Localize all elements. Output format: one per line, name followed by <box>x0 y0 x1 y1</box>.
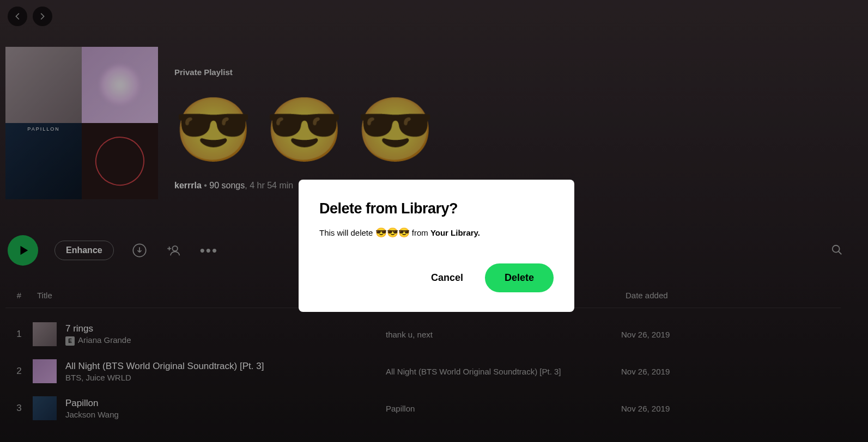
playlist-owner[interactable]: kerrrla <box>174 181 202 190</box>
dialog-title: Delete from Library? <box>319 200 554 217</box>
invite-button[interactable] <box>165 241 184 260</box>
dialog-body: This will delete 😎😎😎 from Your Library. <box>319 227 554 238</box>
track-date: Nov 26, 2019 <box>621 330 841 339</box>
track-date: Nov 26, 2019 <box>621 404 841 413</box>
back-button[interactable] <box>8 7 27 26</box>
play-icon <box>17 244 29 256</box>
track-number: 1 <box>5 329 33 340</box>
track-album: Papillon <box>381 404 621 413</box>
sunglasses-emoji-icon: 😎 <box>265 99 343 161</box>
track-artist: Jackson Wang <box>65 410 119 419</box>
svg-point-1 <box>172 246 177 251</box>
track-name: Papillon <box>65 398 119 409</box>
track-row[interactable]: 2 All Night (BTS World Original Soundtra… <box>5 353 841 390</box>
sunglasses-emoji-icon: 😎 <box>356 99 434 161</box>
playlist-header: Private Playlist 😎 😎 😎 kerrrla • 90 song… <box>5 47 447 199</box>
column-number: # <box>5 288 33 302</box>
action-bar: Enhance ••• <box>8 235 218 266</box>
cover-tile <box>82 47 158 123</box>
nav-buttons <box>8 7 52 26</box>
forward-button[interactable] <box>33 7 52 26</box>
search-icon <box>831 244 843 256</box>
delete-confirm-dialog: Delete from Library? This will delete 😎😎… <box>299 180 574 312</box>
track-date: Nov 26, 2019 <box>621 367 841 376</box>
playlist-duration: 4 hr 54 min <box>250 181 293 190</box>
cancel-button[interactable]: Cancel <box>424 265 470 291</box>
playlist-cover[interactable] <box>5 47 158 199</box>
track-thumbnail <box>33 359 57 383</box>
download-button[interactable] <box>130 241 149 260</box>
add-user-icon <box>167 243 182 258</box>
track-row[interactable]: 1 7 rings EAriana Grande thank u, next N… <box>5 316 841 353</box>
track-name: All Night (BTS World Original Soundtrack… <box>65 361 264 372</box>
track-number: 2 <box>5 366 33 377</box>
track-row[interactable]: 3 Papillon Jackson Wang Papillon Nov 26,… <box>5 390 841 427</box>
track-thumbnail <box>33 396 57 420</box>
svg-point-2 <box>833 245 840 253</box>
play-button[interactable] <box>8 235 38 266</box>
playlist-song-count: 90 songs <box>209 181 245 190</box>
playlist-type: Private Playlist <box>174 67 447 77</box>
track-artist: EAriana Grande <box>65 335 131 346</box>
chevron-right-icon <box>38 11 47 21</box>
sunglasses-emoji-icon: 😎 <box>174 99 252 161</box>
enhance-button[interactable]: Enhance <box>54 241 114 260</box>
track-list: 1 7 rings EAriana Grande thank u, next N… <box>5 316 841 427</box>
explicit-badge: E <box>65 336 75 346</box>
cover-tile <box>5 47 82 123</box>
more-horizontal-icon: ••• <box>200 242 218 259</box>
delete-button[interactable]: Delete <box>485 263 554 292</box>
search-button[interactable] <box>831 244 843 258</box>
cover-tile <box>5 123 82 199</box>
download-icon <box>132 243 147 258</box>
more-options-button[interactable]: ••• <box>200 242 218 259</box>
playlist-title: 😎 😎 😎 <box>174 99 447 161</box>
track-name: 7 rings <box>65 323 131 334</box>
track-number: 3 <box>5 403 33 414</box>
track-album: thank u, next <box>381 330 621 339</box>
track-artist: BTS, Juice WRLD <box>65 373 264 382</box>
sunglasses-emoji-icon: 😎😎😎 <box>375 228 410 238</box>
track-thumbnail <box>33 322 57 346</box>
column-date: Date added <box>621 288 841 302</box>
playlist-info: Private Playlist 😎 😎 😎 kerrrla • 90 song… <box>174 47 447 199</box>
track-album: All Night (BTS World Original Soundtrack… <box>381 367 621 376</box>
cover-tile <box>82 123 158 199</box>
chevron-left-icon <box>13 11 22 21</box>
